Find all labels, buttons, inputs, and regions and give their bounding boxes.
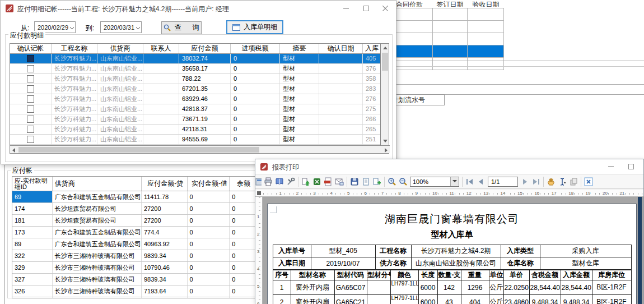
info-label: 入库单号: [273, 245, 311, 257]
info-label: 供方名称: [375, 257, 411, 270]
to-label: 到:: [86, 24, 94, 33]
printer-icon[interactable]: [263, 176, 274, 187]
confirm-checkbox[interactable]: [27, 75, 34, 82]
hand-tool-icon[interactable]: [545, 176, 557, 187]
scroll-left-icon[interactable]: [12, 148, 15, 153]
scrollbar-thumb[interactable]: [382, 53, 388, 71]
query-button[interactable]: 查 询: [161, 21, 202, 34]
detail-cell: 公斤: [489, 295, 503, 304]
to-date-combo[interactable]: 2020/03/31: [100, 21, 142, 33]
excel-icon[interactable]: [311, 176, 323, 187]
zoom-level-combo[interactable]: 100%: [410, 177, 459, 187]
zoom-out-icon[interactable]: [398, 176, 409, 187]
maximize-button[interactable]: [624, 161, 638, 172]
detail-cell: 9,488.34: [561, 295, 592, 304]
close-button[interactable]: [378, 3, 393, 14]
table-row[interactable]: 长沙万科魅力...山东南山铝业...35658.170型材376: [10, 64, 381, 74]
copy-page-icon[interactable]: [568, 176, 579, 187]
contract-row[interactable]: [387, 21, 504, 33]
table-row[interactable]: 长沙万科魅力...山东南山铝业...67201.350型材283: [10, 84, 381, 94]
table-row[interactable]: 322长沙市三湘特种玻璃有限公司9839.3400: [12, 250, 256, 262]
table-row[interactable]: 长沙万科魅力...山东南山铝业...38032.740型材405: [10, 54, 381, 64]
cell-project: 长沙万科魅力...: [52, 94, 97, 104]
close-button[interactable]: [642, 161, 644, 172]
zoom-in-icon[interactable]: [386, 176, 398, 187]
prev-page-icon[interactable]: [475, 176, 487, 187]
detail-column-header: 含税金额: [529, 270, 561, 280]
confirm-checkbox[interactable]: [27, 95, 34, 103]
report-preview-area[interactable]: 123456 湖南巨晟门窗幕墙有限公司 型材入库单 入库单号型材_405工程名称…: [255, 197, 643, 304]
confirm-checkbox[interactable]: [27, 105, 34, 113]
cell-debit: 0: [188, 250, 230, 261]
mail-icon[interactable]: [334, 176, 345, 187]
table-row[interactable]: 长沙万科魅力...山东南山铝业...788.220型材358: [10, 74, 381, 84]
chevron-down-icon[interactable]: [134, 24, 141, 31]
first-page-icon[interactable]: [464, 176, 475, 187]
next-page-icon[interactable]: [519, 176, 530, 187]
table-row[interactable]: 174长沙坦森贸易有限公司2720000: [12, 203, 256, 215]
last-page-icon[interactable]: [530, 176, 542, 187]
serial-number-field[interactable]: 计划流水号: [389, 94, 445, 105]
contract-row[interactable]: [387, 58, 504, 70]
table-row[interactable]: 325长沙市三湘特种玻璃有限公司9139.6400: [12, 297, 256, 298]
contract-column-header: 签订日期: [432, 0, 468, 7]
table-row[interactable]: 326长沙市三湘特种玻璃有限公司7193.6400: [12, 285, 256, 297]
scrollbar-thumb[interactable]: [18, 147, 259, 153]
tools-icon[interactable]: [285, 176, 296, 187]
contract-row[interactable]: [387, 33, 504, 45]
add-icon[interactable]: [371, 176, 382, 187]
cell-contact: [143, 84, 179, 94]
scroll-down-icon[interactable]: [383, 140, 388, 142]
export-icon[interactable]: [300, 176, 311, 187]
ruler-number: 1: [278, 191, 282, 196]
table-row[interactable]: 长沙万科魅力...山东南山铝业...73671.190型材266: [10, 114, 381, 125]
close-preview-icon[interactable]: [583, 176, 594, 187]
confirm-checkbox[interactable]: [27, 85, 34, 93]
document-icon[interactable]: [360, 176, 371, 187]
table-row[interactable]: 173广东合和建筑五金制品有限公司774.400: [12, 227, 256, 238]
chevron-down-icon[interactable]: [68, 24, 75, 31]
page-number-input[interactable]: 1/1: [488, 177, 518, 187]
ruler-number: 8: [398, 191, 401, 196]
chevron-down-icon[interactable]: [450, 177, 459, 186]
table-row[interactable]: 长沙万科魅力...山东南山铝业...63929.460型材276: [10, 94, 381, 104]
partial-icon[interactable]: [255, 176, 263, 187]
table-row[interactable]: 181长沙坦森贸易有限公司2720000: [12, 215, 256, 227]
contract-row[interactable]: [387, 8, 504, 21]
scroll-up-icon[interactable]: [383, 47, 388, 49]
table-row[interactable]: 329长沙市三湘特种玻璃有限公司10790.4600: [12, 262, 256, 274]
table-row[interactable]: 长沙万科魅力...山东南山铝业...94555.690型材251: [10, 135, 381, 145]
cell-credit: 10790.46: [142, 262, 188, 273]
maximize-button[interactable]: [359, 3, 374, 14]
ruler-number: 14: [500, 191, 506, 196]
cell-balance: 0: [230, 297, 256, 298]
table-row[interactable]: 长沙万科魅力...山东南山铝业...42818.370型材275: [10, 104, 381, 114]
cell-credit: 11411.78: [142, 191, 188, 202]
book-icon[interactable]: [274, 176, 285, 187]
toolbar-separator: [384, 177, 385, 187]
minimize-button[interactable]: [604, 161, 618, 172]
column-header: 联系人: [143, 44, 179, 53]
report-info-row: 入库单号型材_405工程名称长沙万科魅力之城4.2期入库类型采购入库: [273, 245, 631, 257]
table-row[interactable]: 327长沙市三湘特种玻璃有限公司9839.3400: [12, 274, 256, 285]
horizontal-scrollbar[interactable]: [10, 145, 390, 153]
confirm-checkbox[interactable]: [27, 126, 34, 133]
table-row[interactable]: 长沙万科魅力...山东南山铝业...42118.310型材265: [10, 125, 381, 135]
text-select-icon[interactable]: [557, 176, 568, 187]
inbound-detail-button[interactable]: 入库单明细: [226, 20, 283, 34]
table-row[interactable]: 69广东合和建筑五金制品有限公司11411.7800: [12, 191, 256, 203]
vertical-scrollbar[interactable]: [380, 44, 389, 145]
confirm-checkbox[interactable]: [27, 116, 34, 123]
scroll-right-icon[interactable]: [385, 148, 388, 153]
detail-cell: 23.4860: [503, 295, 529, 304]
confirm-checkbox[interactable]: [27, 65, 34, 72]
confirm-checkbox[interactable]: [27, 136, 34, 143]
pdf-icon[interactable]: [323, 176, 334, 187]
minimize-button[interactable]: [339, 3, 353, 14]
confirm-checkbox[interactable]: [27, 55, 34, 62]
contract-row[interactable]: [387, 45, 504, 58]
table-row[interactable]: 89广东合和建筑五金制品有限公司40963.9200: [12, 238, 256, 250]
cell-contact: [143, 64, 179, 73]
cell-balance: 0: [230, 227, 256, 238]
save-icon[interactable]: [349, 176, 360, 187]
